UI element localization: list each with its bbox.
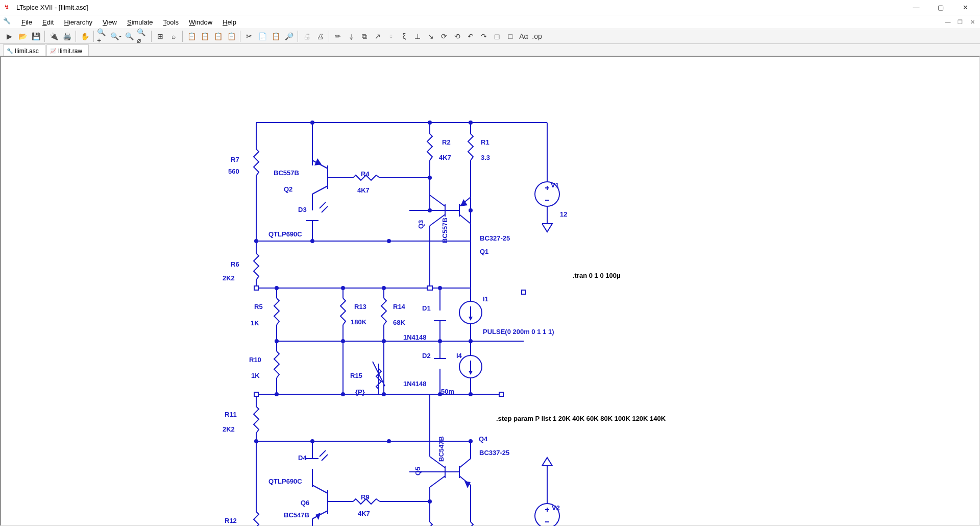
toolbar-button-0[interactable]: ▶ <box>3 30 15 42</box>
label-R1v[interactable]: 3.3 <box>481 154 490 161</box>
label-R7n[interactable]: R7 <box>231 156 239 163</box>
minimize-button[interactable]: — <box>910 4 923 11</box>
toolbar-button-30[interactable]: ✏ <box>332 30 344 42</box>
label-R12n[interactable]: R12 <box>225 517 237 524</box>
menu-view[interactable]: View <box>97 17 122 28</box>
label-D3n[interactable]: D3 <box>298 206 307 213</box>
toolbar-button-4[interactable]: 🔌 <box>47 30 60 42</box>
label-D1m[interactable]: 1N4148 <box>403 333 427 341</box>
toolbar-button-5[interactable]: 🖨️ <box>61 30 73 42</box>
mdi-minimize-button[interactable]: — <box>943 19 952 26</box>
maximize-button[interactable]: ▢ <box>934 4 947 11</box>
toolbar-button-28[interactable]: 🖨 <box>314 30 326 42</box>
close-button[interactable]: ✕ <box>959 4 972 11</box>
label-R4n[interactable]: R4 <box>361 170 370 178</box>
label-R14v[interactable]: 68K <box>393 319 405 326</box>
toolbar-button-43[interactable]: □ <box>504 30 517 42</box>
toolbar-button-10[interactable]: 🔍- <box>110 30 122 42</box>
toolbar-button-45[interactable]: .op <box>531 30 543 42</box>
menu-window[interactable]: Window <box>184 17 217 28</box>
label-I4n[interactable]: I4 <box>456 352 462 360</box>
toolbar-button-41[interactable]: ↷ <box>478 30 490 42</box>
label-R13v[interactable]: 180K <box>351 318 366 326</box>
mdi-restore-button[interactable]: ❐ <box>955 19 965 26</box>
label-R13n[interactable]: R13 <box>354 303 366 310</box>
label-R4v[interactable]: 4K7 <box>357 186 370 194</box>
toolbar-button-38[interactable]: ⟳ <box>438 30 450 42</box>
label-R6n[interactable]: R6 <box>231 260 239 268</box>
toolbar-button-15[interactable]: ⌕ <box>167 30 180 42</box>
label-Q1m[interactable]: BC327-25 <box>480 234 510 242</box>
label-Q6m[interactable]: BC547B <box>284 511 309 519</box>
toolbar-button-32[interactable]: ⧉ <box>358 30 371 42</box>
label-R5v[interactable]: 1K <box>251 319 259 327</box>
toolbar-button-11[interactable]: 🔍 <box>123 30 135 42</box>
label-R11n[interactable]: R11 <box>225 411 237 418</box>
label-R9n[interactable]: R9 <box>361 493 370 501</box>
toolbar-button-20[interactable]: 📋 <box>225 30 237 42</box>
menu-file[interactable]: File <box>16 17 37 28</box>
label-R5n[interactable]: R5 <box>254 303 263 310</box>
toolbar-button-44[interactable]: Aα <box>518 30 530 42</box>
label-Q5n[interactable]: Q5 <box>414 467 422 475</box>
toolbar-button-7[interactable]: ✋ <box>79 30 91 42</box>
label-Q3n[interactable]: Q3 <box>417 220 425 229</box>
label-D2n[interactable]: D2 <box>422 352 431 360</box>
toolbar-button-40[interactable]: ↶ <box>464 30 477 42</box>
label-Q6n[interactable]: Q6 <box>301 499 309 507</box>
toolbar-button-14[interactable]: ⊞ <box>154 30 166 42</box>
label-V1v[interactable]: 12 <box>560 210 567 218</box>
label-R7v[interactable]: 560 <box>228 168 239 175</box>
label-I1n[interactable]: I1 <box>483 295 488 303</box>
tab-ilimit-asc[interactable]: 🔧Ilimit.asc <box>3 44 45 56</box>
tab-ilimit-raw[interactable]: 📈Ilimit.raw <box>46 44 89 56</box>
toolbar-button-18[interactable]: 📋 <box>199 30 211 42</box>
toolbar-button-25[interactable]: 🔎 <box>283 30 295 42</box>
toolbar-button-33[interactable]: ↗ <box>372 30 384 42</box>
toolbar-button-17[interactable]: 📋 <box>185 30 198 42</box>
schematic-canvas[interactable]: .tran 0 1 0 100µ .step param P list 1 20… <box>0 56 980 526</box>
label-R11v[interactable]: 2K2 <box>223 425 235 433</box>
label-I4v[interactable]: 50m <box>441 388 454 395</box>
label-I1v[interactable]: PULSE(0 200m 0 1 1 1) <box>483 328 554 336</box>
label-Q5m[interactable]: BC547B <box>437 436 445 462</box>
toolbar-button-2[interactable]: 💾 <box>30 30 42 42</box>
label-Q2n[interactable]: Q2 <box>284 185 292 193</box>
label-D1n[interactable]: D1 <box>422 304 431 312</box>
label-R2n[interactable]: R2 <box>442 138 451 146</box>
label-R15n[interactable]: R15 <box>350 372 362 379</box>
label-Q3m[interactable]: BC557B <box>441 218 449 243</box>
directive-tran[interactable]: .tran 0 1 0 100µ <box>573 272 621 279</box>
label-Q1n[interactable]: Q1 <box>480 248 488 255</box>
toolbar-button-42[interactable]: ◻ <box>491 30 503 42</box>
label-R15v[interactable]: {P} <box>355 388 365 396</box>
toolbar-button-23[interactable]: 📄 <box>256 30 268 42</box>
label-R10n[interactable]: R10 <box>249 356 261 364</box>
menu-help[interactable]: Help <box>217 17 241 28</box>
toolbar-button-9[interactable]: 🔍+ <box>96 30 109 42</box>
label-R1n[interactable]: R1 <box>481 138 489 146</box>
label-D2m[interactable]: 1N4148 <box>403 380 427 388</box>
label-D4n[interactable]: D4 <box>298 454 307 462</box>
label-Q4n[interactable]: Q4 <box>479 435 487 443</box>
label-V2n[interactable]: V2 <box>552 504 560 512</box>
label-R14n[interactable]: R14 <box>393 303 405 310</box>
label-D4m[interactable]: QTLP690C <box>268 477 302 485</box>
mdi-close-button[interactable]: ✕ <box>968 19 977 26</box>
toolbar-button-19[interactable]: 📋 <box>212 30 224 42</box>
menu-edit[interactable]: Edit <box>37 17 59 28</box>
menu-tools[interactable]: Tools <box>158 17 184 28</box>
label-R9v[interactable]: 4K7 <box>358 510 370 517</box>
label-Q2m[interactable]: BC557B <box>274 169 299 177</box>
label-V1n[interactable]: V1 <box>551 181 559 189</box>
toolbar-button-35[interactable]: ξ <box>398 30 410 42</box>
toolbar-button-12[interactable]: 🔍⌀ <box>136 30 149 42</box>
label-R2v[interactable]: 4K7 <box>439 154 451 161</box>
toolbar-button-37[interactable]: ↘ <box>425 30 437 42</box>
toolbar-button-27[interactable]: 🖨 <box>301 30 313 42</box>
toolbar-button-22[interactable]: ✂ <box>243 30 255 42</box>
menu-hierarchy[interactable]: Hierarchy <box>59 17 97 28</box>
label-D3m[interactable]: QTLP690C <box>268 230 302 238</box>
toolbar-button-34[interactable]: ÷ <box>385 30 397 42</box>
toolbar-button-1[interactable]: 📂 <box>16 30 29 42</box>
